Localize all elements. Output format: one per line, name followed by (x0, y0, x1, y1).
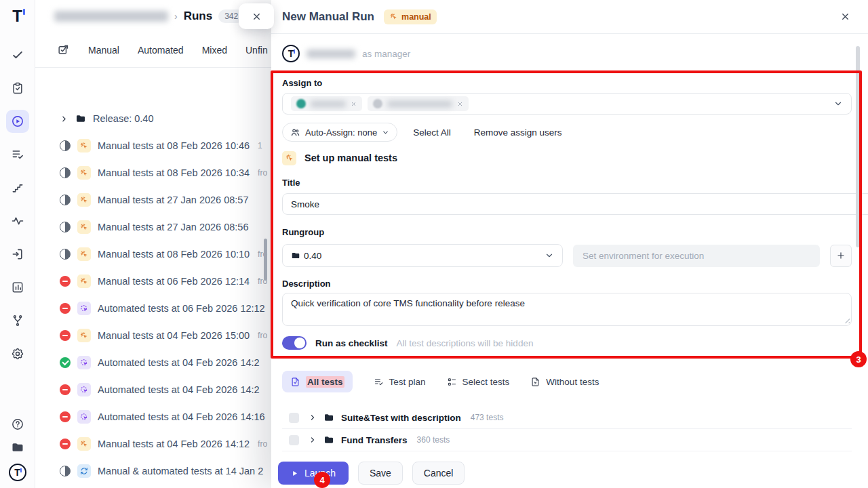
rungroup-value: 0.40 (304, 251, 321, 261)
tests-check-icon[interactable] (6, 43, 29, 66)
batch-select-icon[interactable] (57, 43, 70, 56)
runs-play-icon[interactable] (6, 110, 29, 133)
checklist-hint: All test descriptions will be hidden (397, 338, 534, 348)
release-label: Release: 0.40 (93, 113, 153, 124)
tab-all-tests[interactable]: All tests (282, 371, 353, 392)
chevron-down-icon (382, 129, 389, 136)
suite-checkbox[interactable] (289, 413, 299, 423)
run-row[interactable]: Manual tests at 04 Feb 2026 15:00fro (35, 322, 271, 349)
run-row[interactable]: Automated tests at 06 Feb 2026 12:12 (35, 295, 271, 322)
import-icon[interactable] (6, 243, 29, 266)
app-logo[interactable]: T (12, 7, 22, 26)
project-name-blurred[interactable] (54, 11, 168, 22)
manual-run-icon (77, 329, 91, 342)
folder-icon (323, 412, 334, 423)
title-input[interactable] (282, 193, 868, 215)
setup-manual-tests-heading-row: Set up manual tests (282, 150, 852, 165)
assignee-chip[interactable] (291, 96, 362, 111)
icon-rail: T T (0, 0, 35, 488)
tab-without-tests[interactable]: Without tests (530, 377, 599, 387)
assignee-avatar (373, 99, 382, 108)
status-failed-icon (60, 330, 71, 341)
manual-run-icon (77, 437, 91, 451)
status-in-progress-icon (60, 140, 71, 151)
assignee-name-blurred (387, 101, 452, 107)
launch-button[interactable]: Launch (278, 462, 349, 485)
tab-mixed[interactable]: Mixed (202, 45, 227, 56)
tab-test-plan[interactable]: Test plan (374, 377, 426, 387)
tab-automated[interactable]: Automated (138, 45, 184, 56)
assignees-multiselect[interactable] (282, 93, 852, 115)
plus-icon (836, 251, 846, 260)
remove-assign-users-link[interactable]: Remove assign users (474, 127, 562, 138)
clipboard-check-icon[interactable] (6, 77, 29, 100)
run-row[interactable]: Automated tests at 04 Feb 2026 14:16 (35, 403, 271, 430)
reports-chart-icon[interactable] (6, 276, 29, 299)
folder-icon (323, 434, 334, 445)
folder-icon (75, 113, 86, 124)
new-manual-run-modal: New Manual Run manual T as manager Assig… (271, 0, 868, 488)
chevron-right-icon[interactable] (309, 436, 317, 444)
activity-pulse-icon[interactable] (6, 209, 29, 232)
run-row[interactable]: Manual tests at 27 Jan 2026 08:56 (35, 214, 271, 241)
select-all-link[interactable]: Select All (413, 127, 451, 138)
cancel-button[interactable]: Cancel (412, 462, 465, 485)
modal-header: New Manual Run manual (271, 0, 868, 34)
chevron-down-icon[interactable] (833, 99, 843, 108)
close-icon[interactable] (837, 9, 853, 24)
run-row[interactable]: Manual tests at 27 Jan 2026 08:57 (35, 186, 271, 214)
automated-run-icon (77, 383, 91, 396)
assignee-chip[interactable] (368, 96, 469, 111)
save-button[interactable]: Save (358, 462, 403, 485)
tab-unfinished[interactable]: Unfin (245, 45, 268, 56)
status-failed-icon (60, 439, 71, 449)
auto-assign-button[interactable]: Auto-Assign: none (282, 123, 397, 142)
run-suffix: fro (258, 331, 267, 340)
runs-panel: › Runs 342 Manual Automated Mixed Unfin … (35, 0, 271, 488)
tab-manual[interactable]: Manual (88, 45, 119, 56)
drawer-close-button[interactable] (239, 3, 274, 29)
suite-row[interactable]: Suite&Test with description 473 tests (282, 407, 852, 429)
run-row[interactable]: Automated tests at 04 Feb 2026 14:2 (35, 376, 271, 403)
chevron-right-icon[interactable] (60, 115, 68, 123)
chevron-right-icon[interactable] (309, 413, 317, 422)
rail-nav (6, 43, 29, 365)
folder-icon (291, 251, 300, 260)
steps-icon[interactable] (6, 176, 29, 199)
environment-input[interactable] (573, 245, 820, 267)
release-group-row[interactable]: Release: 0.40 (35, 105, 271, 132)
chevron-down-icon (545, 251, 554, 260)
mixed-run-icon (77, 464, 91, 478)
description-label: Description (282, 279, 852, 289)
runs-list-scrollbar[interactable] (264, 239, 267, 281)
run-row[interactable]: Manual tests at 08 Feb 2026 10:461 (35, 132, 271, 159)
run-as-checklist-toggle[interactable] (282, 336, 307, 350)
projects-folder-icon[interactable] (11, 441, 24, 454)
rungroup-select[interactable]: 0.40 (282, 244, 563, 267)
profile-avatar[interactable]: T (9, 464, 26, 481)
run-row[interactable]: Manual tests at 06 Feb 2026 12:14fro (35, 268, 271, 295)
remove-assignee-icon[interactable] (351, 101, 357, 107)
description-textarea[interactable]: Quick verification of core TMS functiona… (282, 293, 852, 326)
test-plan-list-icon[interactable] (6, 143, 29, 166)
manual-run-icon (77, 139, 91, 152)
help-icon[interactable] (11, 418, 24, 431)
tab-select-tests[interactable]: Select tests (447, 377, 510, 387)
run-row[interactable]: Manual tests at 08 Feb 2026 10:10fro (35, 241, 271, 268)
run-row[interactable]: Manual tests at 08 Feb 2026 10:34fro (35, 159, 271, 186)
branch-icon[interactable] (6, 309, 29, 332)
add-environment-button[interactable] (830, 245, 852, 267)
file-check-icon (290, 377, 300, 387)
remove-assignee-icon[interactable] (457, 101, 463, 107)
manual-run-icon (77, 193, 91, 207)
automated-run-icon (77, 356, 91, 369)
suite-row[interactable]: Fund Transfers 360 tests (282, 429, 852, 451)
status-failed-icon (60, 384, 71, 395)
modal-scrollbar[interactable] (856, 46, 860, 247)
run-row[interactable]: Manual & automated tests at 14 Jan 2 (35, 458, 271, 485)
manual-run-icon (77, 166, 91, 180)
suite-checkbox[interactable] (289, 435, 299, 445)
settings-gear-icon[interactable] (6, 342, 29, 365)
run-row[interactable]: Manual tests at 04 Feb 2026 14:12fro (35, 430, 271, 458)
run-row[interactable]: Automated tests at 04 Feb 2026 14:2 (35, 349, 271, 376)
